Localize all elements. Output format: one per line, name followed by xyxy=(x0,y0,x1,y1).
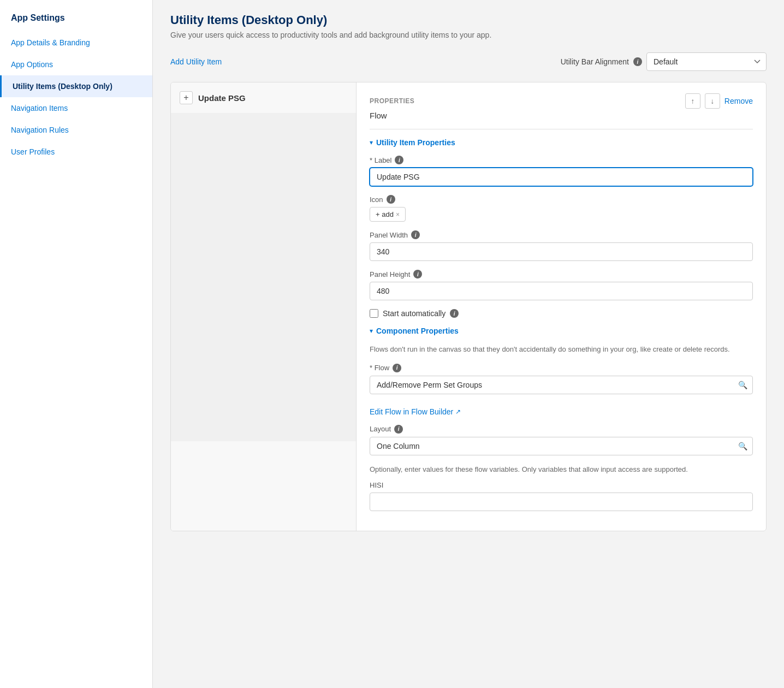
layout-info-icon[interactable]: i xyxy=(394,425,403,434)
arrow-up-icon: ↑ xyxy=(691,97,695,105)
utility-section-header[interactable]: ▾ Utility Item Properties xyxy=(370,138,753,147)
panel-width-input[interactable] xyxy=(370,242,753,261)
plus-icon: + xyxy=(183,93,188,103)
external-link-icon: ↗ xyxy=(455,408,461,416)
flow-field-group: * Flow i 🔍 xyxy=(370,364,753,394)
add-item-button[interactable]: + xyxy=(180,91,193,104)
panel-width-label: Panel Width i xyxy=(370,230,753,239)
layout-input[interactable] xyxy=(370,437,753,455)
optional-description: Optionally, enter values for these flow … xyxy=(370,464,753,475)
flow-search-field: 🔍 xyxy=(370,376,753,394)
flow-input[interactable] xyxy=(370,376,753,394)
edit-flow-link[interactable]: Edit Flow in Flow Builder ↗ xyxy=(370,407,461,416)
page-title: Utility Items (Desktop Only) xyxy=(170,13,767,27)
label-field-label: * Label i xyxy=(370,156,753,164)
alignment-info-icon[interactable]: i xyxy=(633,57,642,66)
start-auto-checkbox[interactable] xyxy=(370,309,378,318)
panel-height-field-group: Panel Height i xyxy=(370,270,753,300)
item-list-body xyxy=(171,114,356,441)
alignment-label: Utility Bar Alignment xyxy=(561,57,629,66)
move-down-button[interactable]: ↓ xyxy=(705,93,720,109)
remove-button[interactable]: Remove xyxy=(724,97,753,105)
item-name-label: Update PSG xyxy=(198,93,246,103)
main-content: Utility Items (Desktop Only) Give your u… xyxy=(153,0,784,688)
component-section-title: Component Properties xyxy=(376,327,459,335)
component-description: Flows don't run in the canvas so that th… xyxy=(370,344,753,355)
move-up-button[interactable]: ↑ xyxy=(685,93,700,109)
flow-search-icon: 🔍 xyxy=(738,381,747,389)
icon-field-group: Icon i + add × xyxy=(370,195,753,222)
layout-search-field: 🔍 xyxy=(370,437,753,455)
start-auto-label: Start automatically xyxy=(383,309,446,318)
hisi-label: HISI xyxy=(370,481,753,489)
component-section-header[interactable]: ▾ Component Properties xyxy=(370,327,753,335)
alignment-control: Utility Bar Alignment i Default Left Rig… xyxy=(561,52,767,71)
toolbar: Add Utility Item Utility Bar Alignment i… xyxy=(170,52,767,71)
panel-height-info-icon[interactable]: i xyxy=(413,270,422,278)
panel-height-input[interactable] xyxy=(370,282,753,300)
sidebar-title: App Settings xyxy=(0,9,152,32)
sidebar-item-navigation-items[interactable]: Navigation Items xyxy=(0,97,152,119)
sidebar-item-user-profiles[interactable]: User Profiles xyxy=(0,141,152,163)
item-list-panel: + Update PSG xyxy=(171,82,357,531)
page-subtitle: Give your users quick access to producti… xyxy=(170,31,767,39)
panel-width-info-icon[interactable]: i xyxy=(411,230,420,239)
panel-width-field-group: Panel Width i xyxy=(370,230,753,261)
properties-header: PROPERTIES ↑ ↓ Remove xyxy=(370,93,753,109)
arrow-down-icon: ↓ xyxy=(711,97,715,105)
start-auto-row: Start automatically i xyxy=(370,309,753,318)
utility-section-chevron: ▾ xyxy=(370,139,373,146)
content-card: + Update PSG PROPERTIES ↑ ↓ Remove xyxy=(170,82,767,531)
start-auto-info-icon[interactable]: i xyxy=(450,309,459,318)
sidebar-item-app-details[interactable]: App Details & Branding xyxy=(0,32,152,54)
panel-height-label: Panel Height i xyxy=(370,270,753,278)
label-info-icon[interactable]: i xyxy=(395,156,403,164)
properties-flow-label: Flow xyxy=(370,111,753,120)
label-field-group: * Label i xyxy=(370,156,753,186)
layout-label: Layout i xyxy=(370,425,753,434)
layout-field-group: Layout i 🔍 xyxy=(370,425,753,455)
icon-field-label: Icon i xyxy=(370,195,753,204)
icon-tag-label: + add xyxy=(376,210,394,218)
utility-section-title: Utility Item Properties xyxy=(376,138,455,147)
flow-field-label: * Flow i xyxy=(370,364,753,372)
edit-flow-label: Edit Flow in Flow Builder xyxy=(370,407,453,416)
icon-info-icon[interactable]: i xyxy=(387,195,395,204)
alignment-select[interactable]: Default Left Right xyxy=(646,52,767,71)
sidebar-item-app-options[interactable]: App Options xyxy=(0,54,152,75)
component-section-chevron: ▾ xyxy=(370,327,373,335)
item-list-header: + Update PSG xyxy=(171,82,356,114)
sidebar: App Settings App Details & Branding App … xyxy=(0,0,153,688)
icon-tag[interactable]: + add × xyxy=(370,207,406,222)
layout-search-icon: 🔍 xyxy=(738,442,747,450)
icon-tag-remove[interactable]: × xyxy=(396,211,400,218)
properties-panel: PROPERTIES ↑ ↓ Remove Flow ▾ Utility Ite… xyxy=(357,82,766,531)
sidebar-item-utility-items[interactable]: Utility Items (Desktop Only) xyxy=(0,75,152,97)
add-utility-button[interactable]: Add Utility Item xyxy=(170,57,222,66)
hisi-field-group: HISI xyxy=(370,481,753,511)
properties-divider xyxy=(370,129,753,129)
properties-actions: ↑ ↓ Remove xyxy=(685,93,753,109)
hisi-input[interactable] xyxy=(370,493,753,511)
sidebar-item-navigation-rules[interactable]: Navigation Rules xyxy=(0,119,152,141)
flow-info-icon[interactable]: i xyxy=(393,364,401,372)
label-input[interactable] xyxy=(370,168,753,186)
properties-type-label: PROPERTIES xyxy=(370,97,414,105)
